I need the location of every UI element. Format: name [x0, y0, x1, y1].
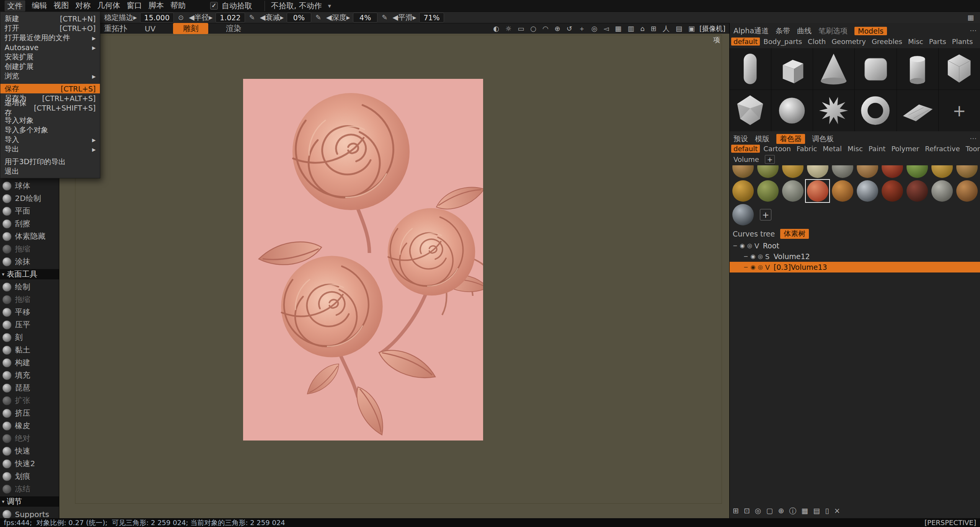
grid-icon[interactable]: ▦ [615, 24, 621, 33]
tool-section-surface-tools[interactable]: ▾表面工具 [0, 269, 59, 279]
tool-draw-2d[interactable]: 2D绘制 [0, 192, 59, 205]
room-tab-sculpt[interactable]: 雕刻 [173, 23, 208, 34]
tool-smudge[interactable]: 涂抹 [0, 255, 59, 268]
model-cylinder[interactable] [897, 48, 938, 90]
file-menu-open-recent[interactable]: 打开最近使用的文件▸ [0, 33, 100, 42]
add-model-button[interactable]: + [952, 101, 966, 120]
auto-pick-checkbox[interactable]: ✓ [210, 2, 218, 10]
menubar-geometry[interactable]: 几何体 [97, 0, 120, 11]
tree-item-volume12[interactable]: −◉◎SVolume12 [730, 251, 980, 262]
model-cat-cloth[interactable]: Cloth [805, 38, 828, 46]
tiles-icon[interactable]: ⊞ [651, 24, 657, 33]
shader-swatch[interactable] [830, 165, 855, 179]
shader-swatch[interactable] [880, 165, 905, 179]
pick-mode-dropdown[interactable]: 不拾取, 不动作 [265, 1, 322, 11]
model-cat-geometry[interactable]: Geometry [829, 38, 868, 46]
perspective-label[interactable]: [PERSPECTIVE] [924, 519, 976, 527]
collapse-icon[interactable]: − [733, 242, 738, 249]
tool-clay[interactable]: 黏土 [0, 344, 59, 356]
panel-menu-dots-icon[interactable]: ⋯ [970, 26, 977, 34]
shader-tab-presets[interactable]: 预设 [733, 134, 748, 144]
model-rounded-cube[interactable] [855, 48, 896, 90]
file-menu-save[interactable]: 保存[CTRL+S] [0, 84, 100, 93]
tool-absolute[interactable]: 绝对 [0, 432, 59, 445]
shader-swatch[interactable] [730, 179, 755, 203]
tool-freeze[interactable]: 冻结 [0, 483, 59, 495]
model-spiky-ball[interactable] [813, 90, 854, 131]
camera-label[interactable]: [摄像机] [699, 24, 725, 33]
shader-cat-toon[interactable]: Toon [964, 145, 980, 153]
menubar-view[interactable]: 视图 [54, 0, 69, 11]
shader-cat-polymer[interactable]: Polymer [889, 145, 921, 153]
visibility-eye-icon[interactable]: ◉ [751, 264, 756, 271]
param-stable-stroke-value[interactable]: 15.000 [140, 13, 174, 23]
tool-flatten[interactable]: 压平 [0, 318, 59, 331]
merge-icon[interactable]: ⊕ [778, 506, 784, 516]
add-shader-category-button[interactable]: + [765, 155, 775, 164]
model-cube[interactable] [771, 48, 813, 90]
model-cat-misc[interactable]: Misc [906, 38, 926, 46]
file-menu-export-3d-print[interactable]: 用于3D打印的导出 [0, 157, 100, 166]
file-menu-import-multiple[interactable]: 导入多个对象 [0, 125, 100, 135]
info-icon[interactable]: ⓘ [789, 506, 796, 516]
file-menu-autosave[interactable]: Autosave▸ [0, 42, 100, 52]
param-radius-value[interactable]: 1.022 [216, 13, 245, 23]
file-menu-new[interactable]: 新建[CTRL+N] [0, 14, 100, 23]
menubar-scripts[interactable]: 脚本 [149, 0, 164, 11]
param-stable-stroke-label[interactable]: 稳定描边▸ [104, 13, 137, 23]
radius-pen-icon[interactable]: ✎ [249, 13, 255, 21]
tool-scrape[interactable]: 刮擦 [0, 217, 59, 230]
file-menu-browse[interactable]: 浏览▸ [0, 71, 100, 81]
param-falloff-value[interactable]: 0% [287, 13, 311, 23]
room-tab-render[interactable]: 渲染 [226, 23, 241, 34]
tool-scratches[interactable]: 划痕 [0, 470, 59, 483]
file-menu-export[interactable]: 导出▸ [0, 144, 100, 154]
add-shader-button[interactable]: + [760, 209, 771, 220]
shader-swatch[interactable] [730, 203, 755, 227]
add-select-icon[interactable]: ⊕ [555, 24, 560, 33]
shader-menu-dots-icon[interactable]: ⋯ [970, 134, 977, 142]
target-icon[interactable]: ◎ [591, 24, 598, 33]
chevron-down-icon[interactable]: ▾ [328, 2, 331, 10]
shader-swatch[interactable] [929, 165, 954, 179]
file-menu-create-extension[interactable]: 创建扩展 [0, 62, 100, 71]
arc-select-icon[interactable]: ◠ [542, 24, 549, 33]
duplicate-icon[interactable]: ⊡ [744, 506, 750, 516]
falloff-pen-icon[interactable]: ✎ [315, 13, 321, 21]
tool-sphere[interactable]: 球体 [0, 179, 59, 192]
shader-swatch[interactable] [805, 165, 830, 179]
collapse-icon[interactable]: − [743, 264, 748, 271]
model-cat-body-parts[interactable]: Body_parts [761, 38, 804, 46]
tool-draw[interactable]: 绘制 [0, 281, 59, 293]
shader-swatch[interactable] [855, 179, 880, 203]
light-icon[interactable]: ☼ [505, 24, 511, 33]
shader-swatch[interactable] [830, 179, 855, 203]
ellipse-select-icon[interactable]: ○ [530, 24, 536, 33]
grid-small-icon[interactable]: ▦ [801, 506, 808, 516]
shader-swatch[interactable] [780, 179, 805, 203]
rows-icon[interactable]: ▥ [627, 24, 634, 33]
panel-tab-strips[interactable]: 条带 [776, 26, 790, 36]
box-icon[interactable]: ▢ [766, 506, 773, 516]
param-falloff-label[interactable]: ◀衰减▸ [260, 13, 284, 23]
model-capsule[interactable] [730, 48, 771, 90]
grid-icon[interactable]: ▦ [967, 13, 974, 21]
file-menu-incremental-save[interactable]: 递增保存[CTRL+SHIFT+S] [0, 103, 100, 113]
shader-swatch[interactable] [855, 165, 880, 179]
sculpt-canvas[interactable] [243, 79, 483, 441]
mannequin-icon[interactable]: 人 [663, 24, 670, 33]
shader-cat-refractive[interactable]: Refractive [923, 145, 962, 153]
shader-swatch[interactable] [730, 165, 755, 179]
shader-cat-misc[interactable]: Misc [845, 145, 865, 153]
file-menu-exit[interactable]: 退出 [0, 166, 100, 176]
model-add[interactable]: + [939, 90, 980, 131]
model-cat-default[interactable]: default [731, 38, 760, 46]
tree-item-root[interactable]: −◉◎VRoot [730, 240, 980, 251]
shader-swatch[interactable] [954, 165, 979, 179]
shader-cat-cartoon[interactable]: Cartoon [761, 145, 793, 153]
shader-cat-paint[interactable]: Paint [866, 145, 888, 153]
param-smooth-label[interactable]: ◀平滑▸ [392, 13, 416, 23]
shader-swatch[interactable] [755, 165, 780, 179]
file-menu-import-object[interactable]: 导入对象 [0, 116, 100, 125]
model-plane[interactable] [897, 90, 938, 131]
